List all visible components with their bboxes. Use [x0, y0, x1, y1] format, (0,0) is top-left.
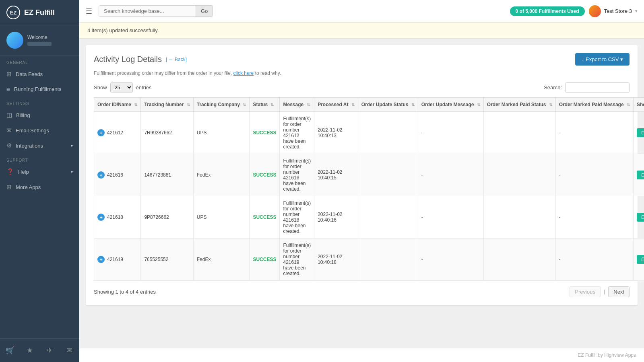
star-icon[interactable]: ★ — [20, 343, 39, 358]
pagination: Previous | Next — [570, 286, 630, 297]
view-button-1[interactable]: 🗒 View — [637, 171, 644, 179]
cell-order-update-status-3 — [358, 239, 418, 281]
running-fulfillments-label: Running Fulfillments — [14, 86, 62, 92]
view-button-0[interactable]: 🗒 View — [637, 128, 644, 137]
sidebar-item-data-feeds[interactable]: ⊞ Data Feeds — [0, 66, 79, 82]
col-order-marked-paid-message[interactable]: Order Marked Paid Message ⇅ — [555, 98, 633, 112]
logo-area: EZ EZ Fulfill — [0, 0, 79, 25]
sidebar-item-help[interactable]: ❓ Help ▾ — [0, 164, 79, 179]
cell-order-update-message-3: - — [418, 239, 483, 281]
cell-status-2: SUCCESS — [250, 196, 280, 239]
user-info: Welcome, — [27, 35, 52, 46]
cell-tracking-company-0: UPS — [193, 112, 250, 154]
sidebar-item-running-fulfillments[interactable]: ≡ Running Fulfillments — [0, 82, 79, 97]
billing-icon: ◫ — [6, 111, 12, 119]
order-plus-2[interactable]: + — [97, 214, 105, 221]
order-plus-0[interactable]: + — [97, 129, 105, 136]
show-entries: Show 10 25 50 100 entries — [94, 82, 152, 93]
col-order-marked-paid-status[interactable]: Order Marked Paid Status ⇅ — [483, 98, 555, 112]
table-header: Order ID/Name ⇅ Tracking Number ⇅ Tracki… — [94, 98, 644, 112]
mail-icon[interactable]: ✉ — [60, 343, 79, 358]
cell-message-0: Fulfillment(s) for order number 421612 h… — [280, 112, 314, 154]
col-order-update-status[interactable]: Order Update Status ⇅ — [358, 98, 418, 112]
col-shopify-request-log[interactable]: Shopify Request Log ⇅ — [633, 98, 644, 112]
table-search-input[interactable] — [565, 82, 630, 93]
sidebar-item-billing[interactable]: ◫ Billing — [0, 107, 79, 123]
cart-icon[interactable]: 🛒 — [0, 343, 20, 358]
sidebar-item-email-settings[interactable]: ✉ Email Settings — [0, 123, 79, 138]
table-row: + 421616 1467723881 FedEx SUCCESS Fulfil… — [94, 154, 644, 196]
logo-text: EZ Fulfill — [24, 8, 55, 17]
order-plus-1[interactable]: + — [97, 171, 105, 179]
footer-text: EZ Fulfill by Highview Apps — [578, 352, 636, 358]
cell-shopify-request-log-1: 🗒 View — [633, 154, 644, 196]
sidebar-item-integrations[interactable]: ⚙ Integrations ▾ — [0, 138, 79, 153]
previous-button[interactable]: Previous — [570, 286, 601, 297]
content-area: 4 item(s) updated successfully. Activity… — [79, 23, 644, 348]
col-tracking-company[interactable]: Tracking Company ⇅ — [193, 98, 250, 112]
col-message[interactable]: Message ⇅ — [280, 98, 314, 112]
cell-order-marked-paid-message-1: - — [555, 154, 633, 196]
cell-shopify-request-log-0: 🗒 View — [633, 112, 644, 154]
show-label: Show — [94, 84, 107, 90]
cell-tracking-number-0: 7R99287662 — [141, 112, 193, 154]
activity-log-title: Activity Log Details — [94, 55, 162, 64]
cell-status-0: SUCCESS — [250, 112, 280, 154]
entries-label: entries — [136, 84, 152, 90]
cell-order-id-0: + 421612 — [94, 112, 141, 154]
col-order-update-message[interactable]: Order Update Message ⇅ — [418, 98, 483, 112]
data-feeds-icon: ⊞ — [6, 70, 12, 78]
running-fulfillments-icon: ≡ — [6, 86, 10, 93]
cell-status-1: SUCCESS — [250, 154, 280, 196]
help-label: Help — [18, 169, 29, 175]
table-body: + 421612 7R99287662 UPS SUCCESS Fulfillm… — [94, 112, 644, 281]
col-tracking-number[interactable]: Tracking Number ⇅ — [141, 98, 193, 112]
cell-order-id-3: + 421619 — [94, 239, 141, 281]
search-input[interactable] — [99, 6, 196, 16]
send-icon[interactable]: ✈ — [40, 343, 60, 358]
click-here-link[interactable]: click here — [233, 70, 254, 76]
next-button[interactable]: Next — [608, 286, 630, 297]
cell-order-update-status-2 — [358, 196, 418, 239]
bottom-icons-bar: 🛒 ★ ✈ ✉ — [0, 338, 79, 362]
cell-order-id-1: + 421616 — [94, 154, 141, 196]
cell-processed-at-3: 2022-11-02 10:40:18 — [314, 239, 358, 281]
sidebar-item-more-apps[interactable]: ⊞ More Apps — [0, 179, 79, 195]
export-csv-button[interactable]: ↓ Export to CSV ▾ — [575, 53, 630, 66]
hamburger-icon[interactable]: ☰ — [86, 7, 92, 16]
cell-order-update-status-1 — [358, 154, 418, 196]
cell-processed-at-2: 2022-11-02 10:40:16 — [314, 196, 358, 239]
col-processed-at[interactable]: Processed At ⇅ — [314, 98, 358, 112]
cell-tracking-number-3: 765525552 — [141, 239, 193, 281]
col-order-id[interactable]: Order ID/Name ⇅ — [94, 98, 141, 112]
col-status[interactable]: Status ⇅ — [250, 98, 280, 112]
table-row: + 421612 7R99287662 UPS SUCCESS Fulfillm… — [94, 112, 644, 154]
cell-status-3: SUCCESS — [250, 239, 280, 281]
order-plus-3[interactable]: + — [97, 256, 105, 263]
view-button-3[interactable]: 🗒 View — [637, 255, 644, 264]
search-label: Search: — [544, 84, 562, 90]
logo-icon: EZ — [6, 6, 20, 19]
page-divider: | — [602, 286, 607, 297]
store-avatar — [589, 5, 601, 17]
avatar — [6, 32, 23, 49]
email-settings-icon: ✉ — [6, 127, 12, 134]
search-wrap: Go — [99, 5, 213, 17]
entries-select[interactable]: 10 25 50 100 — [110, 82, 133, 93]
integrations-icon: ⚙ — [6, 142, 12, 149]
integrations-label: Integrations — [16, 143, 43, 149]
search-go-button[interactable]: Go — [196, 6, 213, 16]
store-info[interactable]: Test Store 3 ▾ — [589, 5, 638, 17]
cell-message-3: Fulfillment(s) for order number 421619 h… — [280, 239, 314, 281]
cell-order-update-status-0 — [358, 112, 418, 154]
cell-order-id-2: + 421618 — [94, 196, 141, 239]
view-button-2[interactable]: 🗒 View — [637, 213, 644, 222]
cell-order-marked-paid-status-3 — [483, 239, 555, 281]
footer: EZ Fulfill by Highview Apps — [79, 348, 644, 362]
panel-header: Activity Log Details [ ← Back] ↓ Export … — [94, 53, 630, 66]
activity-log-table: Order ID/Name ⇅ Tracking Number ⇅ Tracki… — [94, 97, 644, 281]
table-footer: Showing 1 to 4 of 4 entries Previous | N… — [94, 286, 630, 297]
help-icon: ❓ — [6, 168, 14, 175]
table-row: + 421618 9P8726662 UPS SUCCESS Fulfillme… — [94, 196, 644, 239]
back-link[interactable]: [ ← Back] — [166, 57, 187, 62]
